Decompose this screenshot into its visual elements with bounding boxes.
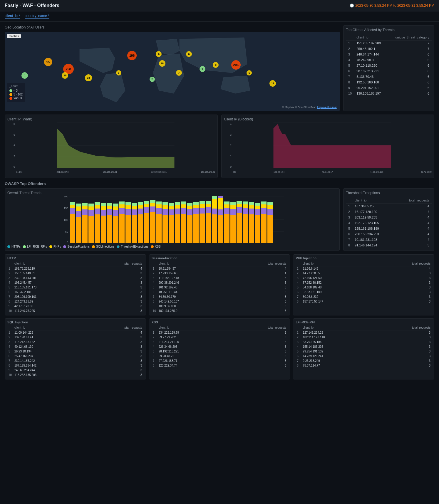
svg-rect-90 bbox=[175, 209, 180, 214]
svg-rect-37 bbox=[95, 214, 100, 243]
table-row: 8 124.243.25.82 3 bbox=[7, 299, 143, 304]
table-row: 2 17.233.159.60 4 bbox=[152, 271, 288, 276]
svg-rect-55 bbox=[119, 204, 125, 208]
svg-rect-117 bbox=[218, 215, 223, 243]
svg-rect-80 bbox=[156, 201, 162, 204]
svg-rect-84 bbox=[162, 202, 168, 205]
table-row: 6 236.153.234.253 4 bbox=[346, 231, 432, 237]
filter-country-name[interactable]: country_name * bbox=[25, 14, 49, 19]
svg-rect-31 bbox=[82, 206, 88, 209]
svg-rect-130 bbox=[237, 207, 242, 213]
table-row: 1 234.223.139.79 3 bbox=[152, 330, 288, 335]
svg-rect-71 bbox=[144, 204, 149, 207]
map-bubble: 5 bbox=[247, 70, 252, 75]
svg-text:200: 200 bbox=[64, 196, 68, 198]
svg-rect-108 bbox=[200, 201, 205, 204]
svg-rect-89 bbox=[175, 214, 180, 243]
map-bubble: 95 bbox=[44, 58, 52, 66]
overall-threat-panel: Overall Threat Trends 200 150 100 50 0 bbox=[5, 188, 340, 251]
svg-rect-147 bbox=[261, 204, 267, 208]
table-row: 10 113.252.135.203 3 bbox=[7, 373, 143, 377]
svg-rect-29 bbox=[82, 215, 88, 243]
svg-rect-54 bbox=[119, 208, 125, 214]
svg-rect-106 bbox=[200, 208, 205, 214]
page-header: Fastly - WAF - Offenders 🕐 2023-05-30 3:… bbox=[0, 0, 439, 11]
map-bubble: 33 bbox=[85, 74, 92, 81]
svg-rect-115 bbox=[212, 199, 217, 209]
table-row: 3 72.196.121.50 3 bbox=[296, 276, 432, 280]
table-row: 9 42.173.120.30 3 bbox=[7, 304, 143, 309]
geo-section-title: Geo Location of All Users bbox=[5, 25, 340, 29]
svg-rect-73 bbox=[150, 212, 155, 243]
svg-rect-58 bbox=[125, 209, 131, 215]
svg-rect-98 bbox=[187, 209, 192, 215]
svg-rect-39 bbox=[95, 205, 100, 209]
map-bubble: 2 bbox=[150, 77, 155, 82]
table-row: 9 95.201.152.201 6 bbox=[346, 85, 432, 91]
svg-rect-51 bbox=[113, 206, 118, 210]
session-fixation-table: client_iptotal_requests 1 20.51.254.97 4… bbox=[152, 261, 288, 313]
xss-panel: XSS client_iptotal_requests 1 234.223.13… bbox=[149, 318, 290, 379]
svg-rect-133 bbox=[243, 214, 248, 243]
svg-rect-125 bbox=[230, 215, 236, 243]
svg-rect-67 bbox=[138, 205, 143, 209]
svg-rect-61 bbox=[132, 215, 137, 243]
svg-rect-81 bbox=[162, 215, 168, 243]
svg-rect-87 bbox=[169, 206, 174, 209]
table-row: 3 239.108.143.201 3 bbox=[7, 276, 143, 280]
client-ip-blocked-chart: 43210 253123.24.19.443.8.120.1744.80.240… bbox=[224, 122, 432, 175]
svg-rect-143 bbox=[255, 206, 260, 209]
table-row: 5 27.10.110.250 6 bbox=[346, 63, 432, 68]
overall-threat-chart: 200 150 100 50 0 bbox=[7, 196, 337, 243]
table-row: 4 87.152.80.152 3 bbox=[296, 280, 432, 285]
svg-rect-60 bbox=[125, 202, 131, 205]
map-bubble: 7 bbox=[176, 70, 182, 76]
svg-rect-134 bbox=[243, 208, 248, 214]
svg-rect-34 bbox=[88, 210, 94, 216]
improve-map-link[interactable]: Improve this map bbox=[317, 106, 337, 109]
table-row: 6 25.47.168.204 3 bbox=[7, 354, 143, 359]
table-row: 6 98.192.213.221 6 bbox=[346, 68, 432, 74]
table-row: 6 48.251.110.44 3 bbox=[152, 290, 288, 295]
table-row: 4 192.175.123.105 4 bbox=[346, 220, 432, 226]
svg-rect-99 bbox=[187, 206, 192, 209]
filter-bar: client_ip * country_name * bbox=[0, 11, 439, 22]
svg-rect-63 bbox=[132, 206, 137, 209]
table-row: 7 5.136.70.46 6 bbox=[346, 74, 432, 80]
table-row: 10 117.240.75.225 3 bbox=[7, 309, 143, 313]
svg-rect-57 bbox=[125, 215, 131, 243]
svg-rect-66 bbox=[138, 209, 143, 214]
svg-rect-116 bbox=[212, 196, 217, 199]
svg-rect-100 bbox=[187, 203, 192, 206]
svg-rect-83 bbox=[162, 205, 168, 209]
table-row: 3 119.183.127.18 3 bbox=[152, 276, 288, 280]
svg-text:0: 0 bbox=[67, 241, 68, 243]
clock-icon: 🕐 bbox=[350, 4, 354, 8]
client-ip-warn-panel: Client IP (Warn) 86420 bbox=[5, 115, 218, 178]
svg-rect-28 bbox=[76, 204, 81, 206]
filter-client-ip[interactable]: client_ip * bbox=[5, 14, 20, 19]
table-row: 1 189.75.225.110 4 bbox=[7, 266, 143, 271]
svg-rect-78 bbox=[156, 208, 162, 214]
svg-rect-136 bbox=[243, 201, 248, 204]
lfi-rce-rfi-panel: LFI-RCE-RFI client_iptotal_requests 1 12… bbox=[293, 318, 434, 379]
svg-rect-49 bbox=[113, 216, 118, 243]
table-row: 6 165.32.2.101 3 bbox=[7, 290, 143, 295]
session-fixation-title: Session-Fixation bbox=[152, 256, 288, 260]
svg-rect-113 bbox=[212, 214, 217, 243]
svg-rect-65 bbox=[138, 214, 143, 243]
svg-rect-74 bbox=[150, 206, 155, 212]
svg-text:50: 50 bbox=[65, 230, 68, 233]
svg-rect-94 bbox=[181, 208, 186, 214]
svg-rect-139 bbox=[249, 205, 254, 209]
svg-rect-107 bbox=[200, 204, 205, 208]
table-row: 2 137.190.87.41 3 bbox=[7, 335, 143, 340]
top-clients-table: client_ip unique_threat_category 1 151.2… bbox=[346, 34, 432, 96]
table-row: 5 161.92.192.46 3 bbox=[152, 285, 288, 290]
table-row: 6 52.87.131.109 3 bbox=[296, 290, 432, 295]
php-injection-title: PHP Injection bbox=[296, 256, 432, 260]
svg-rect-121 bbox=[224, 214, 229, 243]
svg-rect-76 bbox=[150, 200, 155, 203]
table-row: 4 193.245.4.57 3 bbox=[7, 280, 143, 285]
map-legend: _count < 3 3 - 102 >=103 bbox=[7, 83, 25, 102]
